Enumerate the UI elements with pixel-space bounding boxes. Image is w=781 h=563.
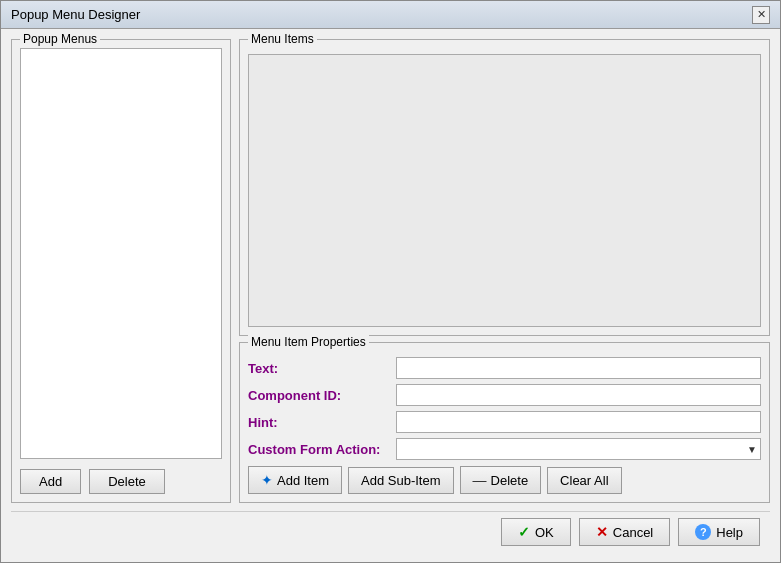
menu-items-panel: Menu Items: [239, 39, 770, 336]
cancel-button[interactable]: ✕ Cancel: [579, 518, 670, 546]
popup-menus-list[interactable]: [20, 48, 222, 459]
help-button[interactable]: ? Help: [678, 518, 760, 546]
add-sub-item-button[interactable]: Add Sub-Item: [348, 467, 454, 494]
custom-form-action-select[interactable]: [396, 438, 761, 460]
clear-all-label: Clear All: [560, 473, 608, 488]
hint-property-row: Hint:: [248, 411, 761, 433]
dash-icon: —: [473, 472, 487, 488]
title-bar: Popup Menu Designer ✕: [1, 1, 780, 29]
ok-label: OK: [535, 525, 554, 540]
delete-item-label: Delete: [491, 473, 529, 488]
popup-menus-buttons: Add Delete: [20, 469, 222, 494]
cancel-label: Cancel: [613, 525, 653, 540]
add-sub-item-label: Add Sub-Item: [361, 473, 441, 488]
text-label: Text:: [248, 361, 388, 376]
menu-items-label: Menu Items: [248, 32, 317, 46]
delete-popup-button[interactable]: Delete: [89, 469, 165, 494]
properties-section: Menu Item Properties Text: Component ID:…: [239, 342, 770, 503]
popup-menu-designer-window: Popup Menu Designer ✕ Popup Menus Add De…: [0, 0, 781, 563]
hint-label: Hint:: [248, 415, 388, 430]
menu-items-list[interactable]: [248, 54, 761, 327]
window-content: Popup Menus Add Delete Menu Items Menu I…: [1, 29, 780, 562]
add-popup-button[interactable]: Add: [20, 469, 81, 494]
checkmark-icon: ✓: [518, 524, 530, 540]
properties-label: Menu Item Properties: [248, 335, 369, 349]
window-title: Popup Menu Designer: [11, 7, 140, 22]
clear-all-button[interactable]: Clear All: [547, 467, 621, 494]
right-panel: Menu Items Menu Item Properties Text: Co…: [239, 39, 770, 503]
x-icon: ✕: [596, 524, 608, 540]
popup-menus-panel: Popup Menus Add Delete: [11, 39, 231, 503]
item-buttons: ✦ Add Item Add Sub-Item — Delete Clear A…: [248, 466, 761, 494]
add-item-label: Add Item: [277, 473, 329, 488]
component-id-label: Component ID:: [248, 388, 388, 403]
ok-button[interactable]: ✓ OK: [501, 518, 571, 546]
custom-form-action-label: Custom Form Action:: [248, 442, 388, 457]
custom-form-action-wrapper: ▼: [396, 438, 761, 460]
popup-menus-label: Popup Menus: [20, 32, 100, 46]
text-property-row: Text:: [248, 357, 761, 379]
main-panels: Popup Menus Add Delete Menu Items Menu I…: [11, 39, 770, 503]
hint-input[interactable]: [396, 411, 761, 433]
help-label: Help: [716, 525, 743, 540]
text-input[interactable]: [396, 357, 761, 379]
component-id-input[interactable]: [396, 384, 761, 406]
delete-item-button[interactable]: — Delete: [460, 466, 542, 494]
question-mark-icon: ?: [695, 524, 711, 540]
footer: ✓ OK ✕ Cancel ? Help: [11, 511, 770, 552]
custom-form-action-property-row: Custom Form Action: ▼: [248, 438, 761, 460]
component-id-property-row: Component ID:: [248, 384, 761, 406]
close-button[interactable]: ✕: [752, 6, 770, 24]
add-item-button[interactable]: ✦ Add Item: [248, 466, 342, 494]
plus-icon: ✦: [261, 472, 273, 488]
